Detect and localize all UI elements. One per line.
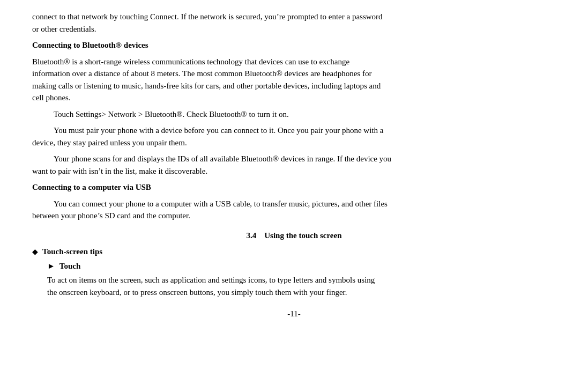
intro-text-line1: connect to that network by touching Conn… bbox=[32, 12, 383, 21]
usb-heading: Connecting to a computer via USB bbox=[32, 181, 556, 194]
touch-p1-text: To act on items on the screen, such as a… bbox=[47, 276, 375, 284]
page-number-text: -11- bbox=[287, 309, 300, 318]
bluetooth-paragraph-3: You must pair your phone with a device b… bbox=[32, 124, 556, 149]
bluetooth-paragraph-2: Touch Settings> Network > Bluetooth®. Ch… bbox=[32, 108, 556, 121]
page-content: connect to that network by touching Conn… bbox=[32, 11, 556, 320]
bluetooth-p1-line1: Bluetooth® is a short-range wireless com… bbox=[32, 57, 349, 66]
bluetooth-p3-line2: device, they stay paired unless you unpa… bbox=[32, 138, 187, 147]
usb-heading-text: Connecting to a computer via USB bbox=[32, 183, 151, 191]
bluetooth-p1-line4: cell phones. bbox=[32, 93, 71, 102]
intro-text-line2: or other credentials. bbox=[32, 25, 96, 33]
page-number: -11- bbox=[32, 308, 556, 320]
bluetooth-p3-line1: You must pair your phone with a device b… bbox=[32, 124, 383, 137]
touch-screen-tips-label: Touch-screen tips bbox=[42, 246, 102, 258]
intro-paragraph-1: connect to that network by touching Conn… bbox=[32, 11, 556, 35]
bluetooth-paragraph-1: Bluetooth® is a short-range wireless com… bbox=[32, 56, 556, 104]
touch-sub-bullet: ► Touch bbox=[47, 260, 556, 272]
bluetooth-p2-text: Touch Settings> Network > Bluetooth®. Ch… bbox=[54, 110, 289, 119]
touch-screen-tips-item: ◆ Touch-screen tips bbox=[32, 246, 556, 258]
touch-paragraph-1: To act on items on the screen, such as a… bbox=[47, 274, 556, 298]
diamond-bullet-icon: ◆ bbox=[32, 246, 38, 257]
touch-sub-label: Touch bbox=[59, 260, 80, 272]
bluetooth-paragraph-4: Your phone scans for and displays the ID… bbox=[32, 153, 556, 177]
section-title: Using the touch screen bbox=[264, 231, 341, 240]
bluetooth-heading-text: Connecting to Bluetooth® devices bbox=[32, 41, 148, 49]
bluetooth-p4-line2: want to pair with isn’t in the list, mak… bbox=[32, 167, 207, 175]
bluetooth-p1-line2: information over a distance of about 8 m… bbox=[32, 69, 371, 78]
bullet-section: ◆ Touch-screen tips ► Touch To act on it… bbox=[32, 246, 556, 298]
bluetooth-p4-line1: Your phone scans for and displays the ID… bbox=[32, 153, 391, 165]
usb-paragraph-1: You can connect your phone to a computer… bbox=[32, 198, 556, 222]
touch-p2-text: the onscreen keyboard, or to press onscr… bbox=[47, 288, 347, 297]
section-number: 3.4 bbox=[246, 231, 256, 240]
usb-p1-line1: You can connect your phone to a computer… bbox=[32, 198, 388, 210]
bluetooth-heading: Connecting to Bluetooth® devices bbox=[32, 39, 556, 51]
bluetooth-p1-line3: making calls or listening to music, hand… bbox=[32, 82, 381, 90]
arrow-bullet-icon: ► bbox=[47, 260, 55, 272]
section-heading: 3.4 Using the touch screen bbox=[32, 230, 556, 242]
usb-p1-line2: between your phone’s SD card and the com… bbox=[32, 211, 190, 220]
